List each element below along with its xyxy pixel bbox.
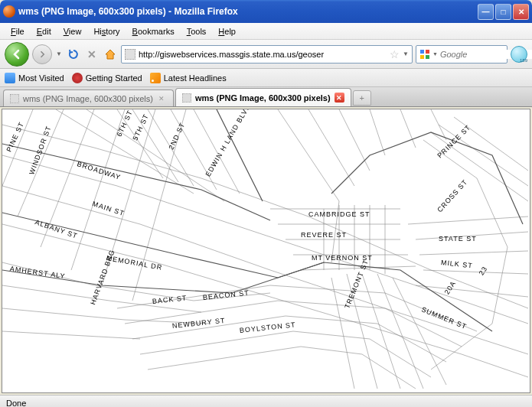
new-tab-button[interactable]: + — [353, 90, 371, 106]
svg-rect-3 — [426, 55, 429, 59]
back-button[interactable] — [5, 42, 29, 67]
menu-view[interactable]: View — [57, 25, 88, 37]
street-label: REVERE ST — [301, 231, 347, 239]
street-label: STATE ST — [439, 235, 477, 243]
url-bar[interactable]: ☆ ▼ — [121, 45, 413, 63]
status-text: Done — [6, 399, 26, 408]
tab-favicon — [10, 94, 19, 103]
folder-icon — [5, 73, 15, 83]
content-area: PINE ST WINDSOR ST BROADWAY 6TH ST 5TH S… — [2, 109, 530, 393]
extension-button[interactable] — [511, 46, 527, 63]
tab-close-icon[interactable]: ✕ — [335, 93, 344, 103]
menu-tools[interactable]: Tools — [181, 25, 213, 37]
bookmark-getting-started[interactable]: Getting Started — [72, 73, 142, 83]
back-arrow-icon — [11, 48, 23, 60]
forward-button[interactable] — [32, 44, 52, 64]
rss-icon — [150, 73, 161, 83]
google-icon — [419, 49, 430, 60]
bookmark-label: Most Visited — [18, 73, 64, 83]
svg-rect-0 — [420, 50, 424, 54]
home-button[interactable] — [103, 47, 118, 62]
firefox-icon — [3, 5, 15, 18]
window-titlebar: wms (PNG Image, 600x300 pixels) - Mozill… — [0, 0, 532, 23]
menu-file[interactable]: File — [5, 25, 31, 37]
maximize-button[interactable]: □ — [495, 4, 511, 20]
tab-1[interactable]: wms (PNG Image, 600x300 pixels) ✕ — [3, 90, 174, 106]
tab-close-icon[interactable]: ✕ — [157, 93, 167, 103]
bookmark-latest-headlines[interactable]: Latest Headlines — [150, 73, 227, 83]
reload-button[interactable] — [66, 47, 81, 62]
stop-button[interactable]: ✕ — [84, 47, 100, 62]
nav-history-dropdown[interactable]: ▼ — [55, 44, 63, 64]
svg-rect-1 — [426, 50, 429, 54]
search-bar[interactable]: ▼ 🔍 — [416, 45, 508, 63]
forward-arrow-icon — [38, 50, 47, 59]
menu-bookmarks[interactable]: Bookmarks — [126, 25, 181, 37]
bookmark-label: Getting Started — [86, 73, 142, 83]
status-bar: Done — [0, 395, 532, 407]
menu-bar: File Edit View History Bookmarks Tools H… — [0, 23, 532, 40]
menu-edit[interactable]: Edit — [31, 25, 57, 37]
tab-bar: wms (PNG Image, 600x300 pixels) ✕ wms (P… — [0, 87, 532, 107]
tab-2-active[interactable]: wms (PNG Image, 600x300 pixels) ✕ — [175, 88, 351, 106]
tab-label: wms (PNG Image, 600x300 pixels) — [23, 94, 153, 103]
url-input[interactable] — [139, 50, 387, 59]
reload-icon — [67, 48, 80, 60]
bookmark-star-icon[interactable]: ☆ — [390, 48, 400, 60]
url-dropdown-icon[interactable]: ▼ — [403, 50, 409, 57]
bookmarks-toolbar: Most Visited Getting Started Latest Head… — [0, 69, 532, 87]
close-button[interactable]: ✕ — [513, 4, 529, 20]
bookmark-most-visited[interactable]: Most Visited — [5, 73, 64, 83]
site-favicon — [125, 49, 135, 60]
menu-history[interactable]: History — [87, 25, 126, 37]
svg-rect-2 — [420, 55, 424, 59]
tab-favicon — [182, 93, 191, 103]
tab-label: wms (PNG Image, 600x300 pixels) — [195, 93, 331, 103]
page-icon — [72, 73, 83, 83]
menu-help[interactable]: Help — [212, 25, 242, 37]
home-icon — [104, 48, 116, 60]
search-engine-dropdown[interactable]: ▼ — [432, 51, 438, 57]
minimize-button[interactable]: — — [478, 4, 494, 20]
window-title: wms (PNG Image, 600x300 pixels) - Mozill… — [18, 6, 478, 17]
street-label: CAMBRIDGE ST — [308, 210, 370, 218]
navigation-toolbar: ▼ ✕ ☆ ▼ ▼ 🔍 — [0, 40, 532, 69]
map-image — [2, 109, 528, 392]
bookmark-label: Latest Headlines — [164, 73, 227, 83]
